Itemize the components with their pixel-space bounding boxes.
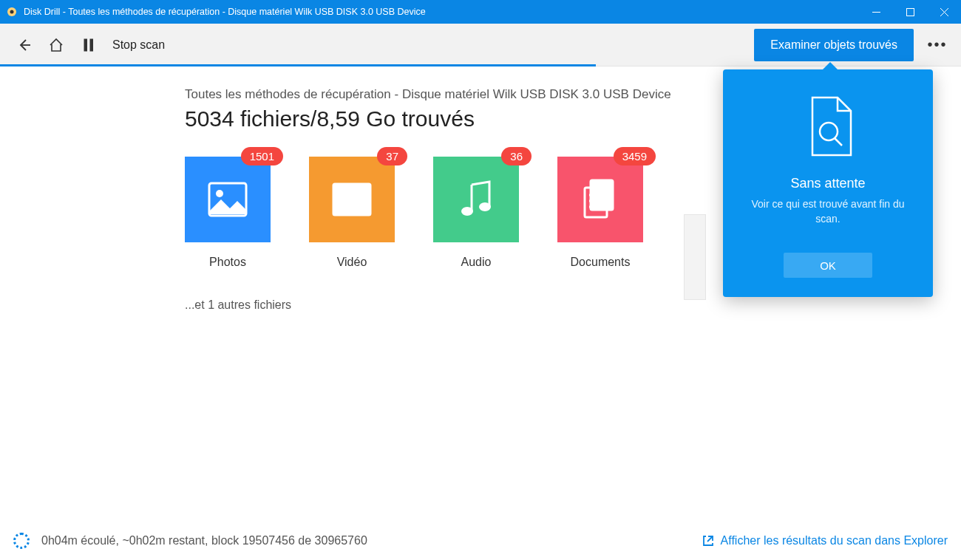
svg-point-20 — [461, 207, 473, 216]
examine-button[interactable]: Examiner objets trouvés — [754, 29, 914, 61]
svg-point-10 — [216, 190, 223, 197]
category-tile[interactable]: 1501 — [185, 157, 271, 242]
svg-rect-7 — [84, 39, 87, 51]
category-label: Photos — [209, 256, 246, 269]
pause-button[interactable] — [72, 29, 105, 61]
window-controls — [859, 0, 961, 24]
show-in-explorer-label: Afficher les résultats du scan dans Expl… — [721, 534, 948, 547]
popover-ok-button[interactable]: OK — [784, 253, 872, 278]
category-audio[interactable]: 36Audio — [433, 157, 519, 269]
category-documents[interactable]: 3459Documents — [557, 157, 643, 269]
home-button[interactable] — [40, 29, 72, 61]
category-label: Documents — [571, 256, 631, 269]
minimize-button[interactable] — [859, 0, 893, 24]
category-count-badge: 1501 — [241, 147, 283, 165]
show-in-explorer-link[interactable]: Afficher les résultats du scan dans Expl… — [702, 534, 948, 547]
category-tile[interactable]: 3459 — [557, 157, 643, 242]
category-label: Audio — [461, 256, 492, 269]
popover-title: Sans attente — [739, 176, 917, 191]
status-text: 0h04m écoulé, ~0h02m restant, block 1950… — [41, 534, 367, 547]
svg-rect-8 — [90, 39, 93, 51]
hint-popover: Sans attente Voir ce qui est trouvé avan… — [723, 69, 933, 297]
popover-description: Voir ce qui est trouvé avant fin du scan… — [739, 197, 917, 226]
window-title: Disk Drill - Toutes les méthodes de récu… — [24, 7, 859, 17]
category-video[interactable]: 37Vidéo — [309, 157, 395, 269]
status-bar: 0h04m écoulé, ~0h02m restant, block 1950… — [0, 522, 961, 560]
external-link-icon — [702, 534, 715, 547]
stop-scan-button[interactable]: Stop scan — [112, 38, 165, 52]
close-button[interactable] — [927, 0, 961, 24]
svg-point-1 — [10, 10, 14, 14]
category-label: Vidéo — [337, 256, 367, 269]
category-count-badge: 37 — [377, 147, 407, 165]
category-count-badge: 36 — [501, 147, 532, 165]
additional-files-text: ...et 1 autres fichiers — [185, 298, 961, 312]
category-tile-more[interactable] — [684, 214, 706, 300]
category-count-badge: 3459 — [614, 147, 656, 165]
svg-point-27 — [820, 123, 838, 140]
svg-rect-3 — [906, 8, 914, 16]
document-search-icon — [739, 96, 917, 158]
back-button[interactable] — [7, 29, 40, 61]
maximize-button[interactable] — [893, 0, 927, 24]
svg-rect-11 — [333, 184, 370, 215]
svg-line-28 — [835, 138, 842, 146]
more-menu-button[interactable]: ••• — [921, 29, 954, 61]
app-icon — [6, 6, 18, 18]
toolbar: Stop scan Examiner objets trouvés ••• — [0, 24, 961, 66]
titlebar: Disk Drill - Toutes les méthodes de récu… — [0, 0, 961, 24]
category-tile[interactable]: 37 — [309, 157, 395, 242]
category-photos[interactable]: 1501Photos — [185, 157, 271, 269]
svg-point-21 — [479, 202, 491, 211]
spinner-icon — [13, 533, 30, 549]
category-tile[interactable]: 36 — [433, 157, 519, 242]
